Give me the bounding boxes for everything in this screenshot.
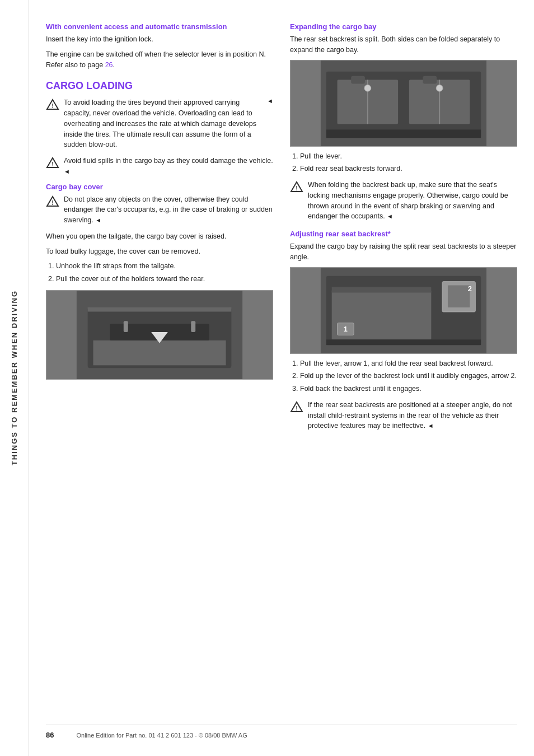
page-ref-link[interactable]: 26: [105, 61, 113, 69]
adjusting-heading: Adjusting rear seat backrest*: [290, 230, 517, 238]
access-para2: The engine can be switched off when the …: [46, 49, 273, 71]
svg-text:!: !: [51, 161, 54, 167]
rear-seat-image: 1 2: [290, 267, 517, 354]
warning-cover-text: Do not place any objects on the cover, o…: [64, 194, 273, 226]
expanding-step-2: Fold rear seat backrests forward.: [300, 164, 517, 174]
svg-text:!: !: [51, 199, 54, 206]
svg-rect-8: [93, 340, 226, 365]
warning-icon-3: !: [46, 195, 59, 208]
expanding-section: Expanding the cargo bay The rear set bac…: [290, 22, 517, 222]
expanding-steps: Pull the lever. Fold rear seat backrests…: [300, 151, 517, 175]
cargo-cover-image: [46, 290, 273, 380]
svg-text:2: 2: [468, 284, 472, 293]
warning-seat-angle-text: If the rear seat backrests are positione…: [308, 400, 517, 431]
svg-text:!: !: [51, 102, 54, 109]
access-heading: With convenient access and automatic tra…: [46, 22, 273, 31]
svg-point-23: [436, 85, 443, 91]
warning-fluid-text: Avoid fluid spills in the cargo bay as t…: [64, 156, 273, 177]
adjusting-steps: Pull the lever, arrow 1, and fold the re…: [300, 358, 517, 394]
warning-seat-angle: ! If the rear seat backrests are positio…: [290, 400, 517, 431]
cargo-bay-image: [290, 60, 517, 147]
svg-rect-24: [326, 129, 481, 138]
adjusting-step-1: Pull the lever, arrow 1, and fold the re…: [300, 358, 517, 369]
page-footer: 86 Online Edition for Part no. 01 41 2 6…: [46, 725, 517, 739]
access-para1: Insert the key into the ignition lock.: [46, 34, 273, 45]
cargo-cover-step-2: Pull the cover out of the holders toward…: [56, 274, 273, 284]
expanding-step-1: Pull the lever.: [300, 151, 517, 162]
warning-icon-2: !: [46, 156, 59, 170]
left-column: With convenient access and automatic tra…: [46, 22, 273, 713]
page-number: 86: [46, 731, 54, 739]
svg-rect-13: [88, 307, 232, 311]
warning-backrest-text: When folding the backrest back up, make …: [308, 180, 517, 222]
cargo-loading-heading: CARGO LOADING: [46, 80, 273, 92]
access-section: With convenient access and automatic tra…: [46, 22, 273, 70]
svg-rect-36: [326, 339, 481, 345]
warning-icon-4: !: [290, 180, 303, 194]
cargo-cover-step-1: Unhook the lift straps from the tailgate…: [56, 261, 273, 272]
svg-rect-34: [448, 285, 470, 307]
footer-copyright: Online Edition for Part no. 01 41 2 601 …: [76, 732, 247, 739]
warning-overload: ! To avoid loading the tires beyond thei…: [46, 97, 273, 150]
main-content: With convenient access and automatic tra…: [29, 0, 534, 756]
svg-rect-11: [124, 321, 128, 332]
warning-icon-5: !: [290, 400, 303, 414]
svg-rect-12: [191, 321, 195, 332]
svg-rect-20: [351, 76, 365, 83]
svg-text:1: 1: [344, 324, 348, 333]
svg-text:!: !: [296, 405, 298, 412]
two-column-layout: With convenient access and automatic tra…: [46, 22, 517, 713]
svg-text:!: !: [296, 185, 298, 192]
cargo-cover-heading: Cargo bay cover: [46, 183, 273, 191]
warning-icon-1: !: [46, 98, 59, 111]
sidebar: THINGS TO REMEMBER WHEN DRIVING: [0, 0, 29, 756]
right-column: Expanding the cargo bay The rear set bac…: [290, 22, 517, 713]
warning-cover: ! Do not place any objects on the cover,…: [46, 194, 273, 226]
adjusting-step-2: Fold up the lever of the backrest lock u…: [300, 371, 517, 381]
svg-rect-21: [423, 76, 437, 83]
svg-point-22: [364, 85, 371, 91]
adjusting-section: Adjusting rear seat backrest* Expand the…: [290, 230, 517, 431]
warning-backrest: ! When folding the backrest back up, mak…: [290, 180, 517, 222]
expanding-heading: Expanding the cargo bay: [290, 22, 517, 31]
svg-rect-30: [332, 287, 432, 292]
expanding-para: The rear set backrest is split. Both sid…: [290, 34, 517, 55]
warning-fluid: ! Avoid fluid spills in the cargo bay as…: [46, 156, 273, 177]
sidebar-label: THINGS TO REMEMBER WHEN DRIVING: [10, 290, 18, 465]
warning-overload-text: To avoid loading the tires beyond their …: [64, 97, 263, 150]
cargo-cover-section: Cargo bay cover ! Do not place any objec…: [46, 183, 273, 380]
adjusting-para: Expand the cargo bay by raising the spli…: [290, 241, 517, 263]
cargo-cover-steps: Unhook the lift straps from the tailgate…: [56, 261, 273, 284]
cargo-cover-para2: To load bulky luggage, the cover can be …: [46, 246, 273, 257]
adjusting-step-3: Fold back the backrest until it engages.: [300, 384, 517, 394]
cargo-cover-para1: When you open the tailgate, the cargo ba…: [46, 231, 273, 242]
